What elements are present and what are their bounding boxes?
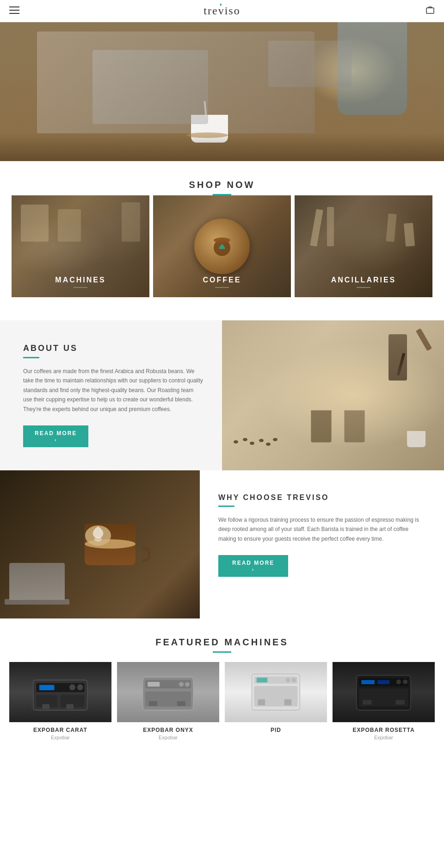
svg-rect-42 [377, 680, 389, 684]
machine-card-expobar-onyx[interactable]: EXPOBAR ONYX Expobar [117, 662, 219, 740]
machine-image-expobar-onyx [117, 662, 219, 722]
machine-card-expobar-carat[interactable]: EXPOBAR CARAT Expobar [9, 662, 111, 740]
why-image [0, 470, 200, 618]
svg-rect-24 [149, 701, 157, 706]
why-choose-section: WHY CHOOSE TREVISO We follow a rigorous … [0, 470, 444, 618]
why-title: WHY CHOOSE TREVISO [218, 493, 426, 502]
svg-rect-11 [39, 685, 55, 690]
svg-rect-0 [9, 6, 19, 7]
machine-brand-expobar-rosetta: Expobar [333, 735, 435, 740]
svg-rect-16 [42, 704, 49, 709]
svg-point-21 [179, 682, 184, 687]
svg-point-37 [396, 680, 401, 684]
about-title: ABOUT US [23, 343, 204, 353]
svg-point-12 [69, 684, 75, 690]
machine-image-pid [225, 662, 327, 722]
machine-card-pid[interactable]: PID [225, 662, 327, 740]
svg-rect-17 [66, 704, 74, 709]
svg-rect-36 [361, 680, 375, 684]
why-body: We follow a rigorous training process to… [218, 515, 426, 543]
machine-name-expobar-carat: EXPOBAR CARAT [9, 727, 111, 733]
about-section: ABOUT US Our coffees are made from the f… [0, 320, 444, 470]
svg-point-30 [291, 678, 296, 682]
cart-icon[interactable] [426, 5, 435, 17]
svg-rect-33 [284, 699, 292, 706]
featured-machines-section: FEATURED MACHINES EXPOBAR CARAT [0, 618, 444, 759]
machines-label: MACHINES [12, 276, 149, 297]
about-image [222, 320, 444, 470]
svg-rect-25 [177, 701, 185, 706]
about-underline [23, 357, 39, 358]
svg-point-8 [94, 537, 102, 542]
shop-item-ancillaries[interactable]: ANCILLARIES [295, 195, 432, 297]
shop-now-section: SHOP NOW MACHINES [0, 161, 444, 306]
about-body: Our coffees are made from the finest Ara… [23, 367, 204, 414]
shop-grid: MACHINES COFFEE [9, 195, 435, 297]
machine-card-expobar-rosetta[interactable]: EXPOBAR ROSETTA Expobar [333, 662, 435, 740]
menu-icon[interactable] [9, 6, 19, 16]
svg-point-13 [77, 684, 83, 690]
svg-rect-20 [148, 682, 160, 687]
machine-brand-expobar-carat: Expobar [9, 735, 111, 740]
featured-machines-underline [213, 651, 231, 653]
svg-rect-3 [426, 8, 434, 13]
header: ♦ treviso [0, 0, 444, 22]
machine-name-pid: PID [225, 727, 327, 733]
svg-point-29 [285, 678, 290, 682]
shop-item-coffee[interactable]: COFFEE [153, 195, 291, 297]
svg-rect-28 [257, 678, 267, 682]
shop-now-title: SHOP NOW [9, 180, 435, 190]
svg-point-5 [214, 237, 230, 243]
shop-item-machines[interactable]: MACHINES [12, 195, 149, 297]
site-logo[interactable]: ♦ treviso [204, 5, 240, 17]
machine-image-expobar-rosetta [333, 662, 435, 722]
machines-grid: EXPOBAR CARAT Expobar EXPOBAR ONYX Expob… [9, 662, 435, 740]
hero-banner [0, 22, 444, 161]
why-text-block: WHY CHOOSE TREVISO We follow a rigorous … [200, 470, 444, 618]
svg-rect-41 [395, 700, 405, 705]
coffee-label: COFFEE [153, 276, 291, 297]
machine-image-expobar-carat [9, 662, 111, 722]
why-read-more-button[interactable]: READ MORE › [218, 555, 288, 577]
about-text-block: ABOUT US Our coffees are made from the f… [0, 320, 222, 470]
about-read-more-button[interactable]: READ MORE › [23, 425, 88, 447]
svg-point-22 [185, 682, 190, 687]
ancillaries-label: ANCILLARIES [295, 276, 432, 297]
featured-machines-title: FEATURED MACHINES [9, 637, 435, 648]
machine-name-expobar-rosetta: EXPOBAR ROSETTA [333, 727, 435, 733]
why-underline [218, 506, 234, 507]
machine-name-expobar-onyx: EXPOBAR ONYX [117, 727, 219, 733]
svg-rect-40 [363, 700, 372, 705]
svg-point-38 [403, 680, 407, 684]
svg-rect-32 [258, 699, 265, 706]
svg-rect-2 [9, 13, 19, 14]
svg-rect-1 [9, 10, 19, 11]
machine-brand-expobar-onyx: Expobar [117, 735, 219, 740]
